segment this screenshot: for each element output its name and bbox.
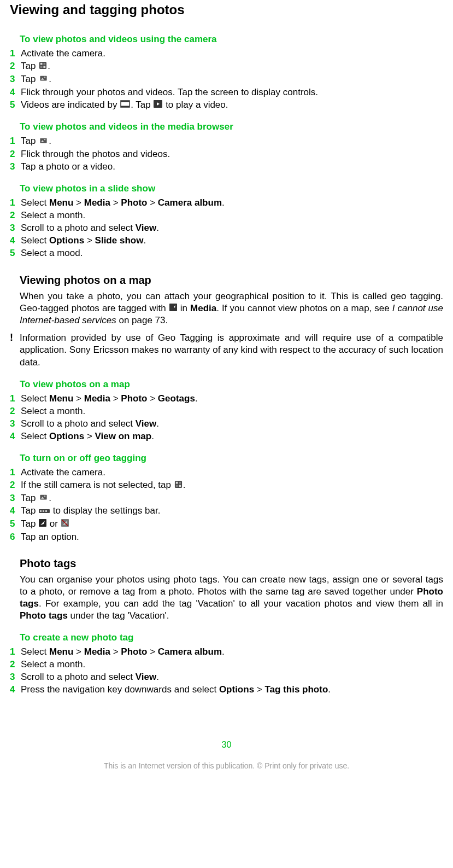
step-number: 3: [10, 492, 21, 504]
paragraph-photo-tags: You can organise your photos using photo…: [20, 574, 443, 622]
step-text: Flick through the photos and videos.: [21, 148, 443, 160]
heading-viewing-on-map: Viewing photos on a map: [20, 273, 443, 287]
step-text: Select a mood.: [21, 247, 443, 259]
gallery-icon: [39, 73, 48, 85]
camera-mode-icon: [39, 61, 47, 73]
step-text: Select Options > Slide show.: [21, 235, 443, 247]
geo-arrow-icon: [169, 302, 177, 314]
step-number: 3: [10, 418, 21, 430]
page-number: 30: [10, 739, 443, 751]
step-number: 4: [10, 684, 21, 696]
step-text: Tap an option.: [21, 531, 443, 543]
subheading-geo-toggle: To turn on or off geo tagging: [20, 452, 443, 464]
step-number: 1: [10, 393, 21, 405]
step-text: Videos are indicated by . Tap to play a …: [21, 99, 443, 112]
step-number: 1: [10, 467, 21, 479]
step-number: 2: [10, 148, 21, 160]
geo-on-icon: [39, 518, 46, 530]
step-text: Scroll to a photo and select View.: [21, 671, 443, 683]
note-geo-accuracy: ! Information provided by use of Geo Tag…: [10, 332, 443, 368]
video-frame-icon: [120, 99, 130, 111]
gallery-icon: [39, 492, 48, 504]
settings-bar-icon: [39, 505, 50, 517]
step-text: If the still camera is not selected, tap…: [21, 479, 443, 492]
step-text: Select Menu > Media > Photo > Camera alb…: [21, 197, 443, 209]
step-text: Tap .: [21, 492, 443, 505]
step-number: 4: [10, 235, 21, 247]
camera-mode-icon: [174, 480, 183, 492]
step-number: 4: [10, 430, 21, 442]
steps-geo-toggle: 1Activate the camera. 2If the still came…: [10, 467, 443, 543]
step-text: Select Options > View on map.: [21, 430, 443, 442]
step-text: Tap or: [21, 518, 443, 531]
step-number: 2: [10, 479, 21, 491]
step-text: Activate the camera.: [21, 467, 443, 479]
step-number: 4: [10, 86, 21, 98]
footer-text: This is an Internet version of this publ…: [10, 761, 443, 771]
step-number: 1: [10, 197, 21, 209]
step-number: 2: [10, 405, 21, 417]
step-text: Scroll to a photo and select View.: [21, 222, 443, 234]
important-icon: !: [10, 332, 20, 342]
step-text: Select a month.: [21, 209, 443, 222]
step-number: 5: [10, 518, 21, 530]
step-text: Flick through your photos and videos. Ta…: [21, 86, 443, 98]
heading-photo-tags: Photo tags: [20, 556, 443, 570]
step-number: 5: [10, 247, 21, 259]
subheading-view-camera: To view photos and videos using the came…: [20, 33, 443, 45]
steps-slide-show: 1Select Menu > Media > Photo > Camera al…: [10, 197, 443, 259]
subheading-view-media-browser: To view photos and videos in the media b…: [20, 121, 443, 133]
step-number: 1: [10, 48, 21, 60]
step-text: Select Menu > Media > Photo > Geotags.: [21, 393, 443, 405]
step-number: 3: [10, 222, 21, 234]
gallery-icon: [39, 136, 48, 148]
subheading-create-tag: To create a new photo tag: [20, 632, 443, 644]
step-text: Tap a photo or a video.: [21, 161, 443, 173]
step-number: 2: [10, 209, 21, 222]
step-text: Press the navigation key downwards and s…: [21, 684, 443, 696]
steps-create-tag: 1Select Menu > Media > Photo > Camera al…: [10, 646, 443, 696]
step-text: Select Menu > Media > Photo > Camera alb…: [21, 646, 443, 658]
step-number: 3: [10, 73, 21, 85]
page-title: Viewing and tagging photos: [10, 1, 443, 18]
play-icon: [154, 99, 162, 111]
steps-view-camera: 1Activate the camera. 2Tap . 3Tap . 4Fli…: [10, 48, 443, 111]
step-number: 3: [10, 161, 21, 173]
step-text: Scroll to a photo and select View.: [21, 418, 443, 430]
step-number: 1: [10, 135, 21, 147]
step-number: 3: [10, 671, 21, 683]
step-text: Select a month.: [21, 405, 443, 417]
step-number: 5: [10, 99, 21, 111]
step-text: Tap .: [21, 135, 443, 148]
note-text: Information provided by use of Geo Taggi…: [20, 332, 443, 368]
step-number: 6: [10, 531, 21, 543]
geo-off-icon: [61, 518, 69, 530]
steps-view-media-browser: 1Tap . 2Flick through the photos and vid…: [10, 135, 443, 173]
step-text: Activate the camera.: [21, 48, 443, 60]
steps-view-on-map: 1Select Menu > Media > Photo > Geotags. …: [10, 393, 443, 442]
step-number: 4: [10, 505, 21, 517]
step-text: Tap .: [21, 73, 443, 86]
step-number: 2: [10, 659, 21, 671]
step-text: Select a month.: [21, 659, 443, 671]
step-text: Tap to display the settings bar.: [21, 505, 443, 517]
step-number: 2: [10, 60, 21, 72]
step-text: Tap .: [21, 60, 443, 73]
subheading-view-on-map: To view photos on a map: [20, 378, 443, 391]
paragraph-geo-intro: When you take a photo, you can attach yo…: [20, 290, 443, 327]
step-number: 1: [10, 646, 21, 658]
subheading-slide-show: To view photos in a slide show: [20, 183, 443, 195]
